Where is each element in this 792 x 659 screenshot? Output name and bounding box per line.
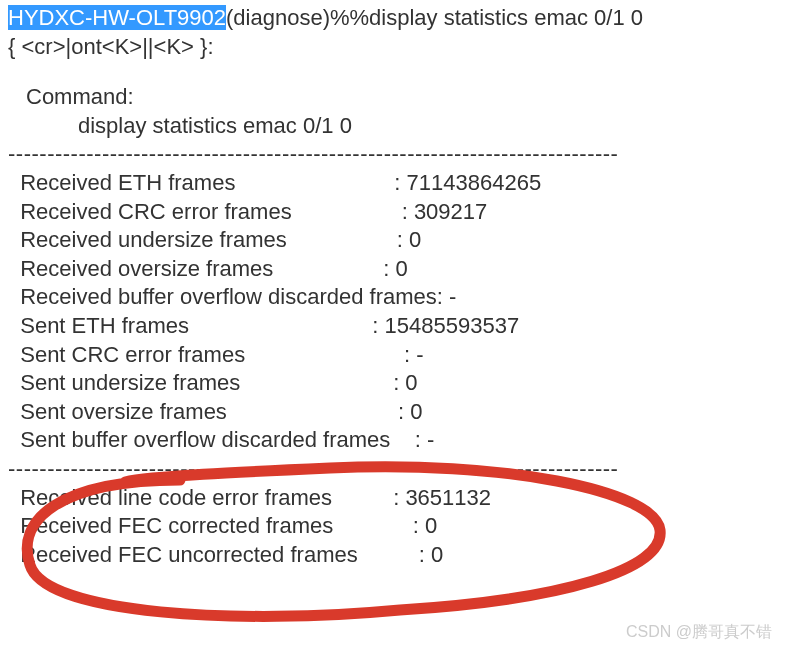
watermark: CSDN @腾哥真不错 [626, 622, 772, 643]
separator-line-1: ----------------------------------------… [8, 140, 784, 169]
blank-line [8, 61, 784, 83]
stat-label: Received CRC error frames [8, 198, 402, 227]
stat-value: : 71143864265 [394, 169, 541, 198]
stat-row: Sent CRC error frames : - [8, 341, 784, 370]
terminal-prompt-line-2: { <cr>|ont<K>||<K> }: [8, 33, 784, 62]
stat-value: : 15485593537 [372, 312, 519, 341]
stat-value: : 0 [393, 369, 417, 398]
stat-label: Received undersize frames [8, 226, 397, 255]
stat-label: Sent buffer overflow discarded frames [8, 426, 415, 455]
command-label: Command: [8, 83, 784, 112]
stat-label: Received FEC corrected frames [8, 512, 413, 541]
stats-block-2: Received line code error frames : 365113… [8, 484, 784, 570]
stat-value: : 309217 [402, 198, 488, 227]
hostname-highlight: HYDXC-HW-OLT9902 [8, 5, 226, 30]
stat-row: Received buffer overflow discarded frame… [8, 283, 784, 312]
stat-row: Received line code error frames : 365113… [8, 484, 784, 513]
stat-row: Received oversize frames : 0 [8, 255, 784, 284]
terminal-prompt-line-1: HYDXC-HW-OLT9902(diagnose)%%display stat… [8, 4, 784, 33]
stat-row: Sent oversize frames : 0 [8, 398, 784, 427]
stat-label: Received ETH frames [8, 169, 394, 198]
stat-row: Received CRC error frames : 309217 [8, 198, 784, 227]
stat-value: : 0 [398, 398, 422, 427]
stat-row: Received undersize frames : 0 [8, 226, 784, 255]
stat-value: : 0 [397, 226, 421, 255]
stat-value: : - [415, 426, 435, 455]
stat-value: : - [437, 283, 457, 312]
stat-label: Sent oversize frames [8, 398, 398, 427]
stat-label: Received line code error frames [8, 484, 393, 513]
stat-value: : 3651132 [393, 484, 491, 513]
stat-label: Received FEC uncorrected frames [8, 541, 419, 570]
stat-label: Sent ETH frames [8, 312, 372, 341]
stat-label: Sent undersize frames [8, 369, 393, 398]
stat-row: Received FEC uncorrected frames : 0 [8, 541, 784, 570]
stat-row: Received ETH frames : 71143864265 [8, 169, 784, 198]
stat-row: Sent undersize frames : 0 [8, 369, 784, 398]
prompt-context: (diagnose)%%display statistics emac 0/1 … [226, 5, 643, 30]
stats-block-1: Received ETH frames : 71143864265 Receiv… [8, 169, 784, 455]
stat-value: : 0 [413, 512, 437, 541]
stat-value: : 0 [419, 541, 443, 570]
stat-value: : 0 [383, 255, 407, 284]
separator-line-2: ----------------------------------------… [8, 455, 784, 484]
stat-row: Sent ETH frames : 15485593537 [8, 312, 784, 341]
command-text: display statistics emac 0/1 0 [8, 112, 784, 141]
stat-label: Received buffer overflow discarded frame… [8, 283, 437, 312]
stat-row: Received FEC corrected frames : 0 [8, 512, 784, 541]
stat-row: Sent buffer overflow discarded frames : … [8, 426, 784, 455]
stat-value: : - [404, 341, 424, 370]
stat-label: Received oversize frames [8, 255, 383, 284]
stat-label: Sent CRC error frames [8, 341, 404, 370]
